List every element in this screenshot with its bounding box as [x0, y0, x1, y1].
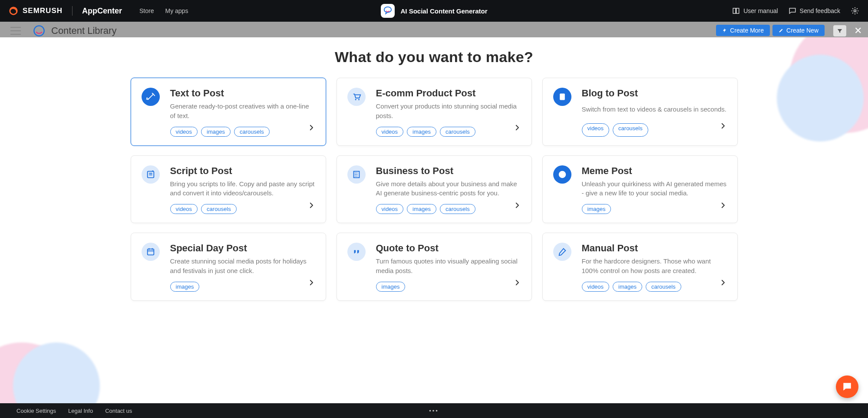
svg-point-2 — [34, 26, 44, 36]
book-icon — [732, 7, 740, 15]
brand-group: SEMRUSH AppCenter — [9, 6, 122, 16]
nav-myapps[interactable]: My apps — [165, 7, 188, 14]
brand-name: SEMRUSH — [23, 7, 63, 15]
feedback-icon — [789, 7, 796, 15]
content-type-modal: What do you want to make? Text to PostGe… — [0, 37, 868, 40]
header-right: User manual Send feedback — [732, 7, 859, 15]
header-nav: Store My apps — [139, 7, 188, 14]
svg-point-1 — [854, 10, 856, 12]
create-more-button[interactable]: Create More — [716, 25, 770, 36]
app-header: SEMRUSH AppCenter Store My apps AI Socia… — [0, 0, 868, 22]
gear-icon[interactable] — [851, 7, 859, 15]
create-more-label: Create More — [730, 27, 764, 34]
user-manual-label: User manual — [743, 7, 778, 14]
bolt-icon — [722, 28, 727, 33]
app-title: AI Social Content Generator — [400, 7, 487, 15]
create-new-label: Create New — [786, 27, 818, 34]
header-app-indicator: AI Social Content Generator — [380, 4, 487, 18]
filter-button[interactable] — [833, 25, 846, 36]
nav-store[interactable]: Store — [139, 7, 154, 14]
semrush-logo-icon — [9, 6, 18, 16]
appcenter-label[interactable]: AppCenter — [82, 7, 122, 16]
create-new-button[interactable]: Create New — [772, 25, 825, 36]
modal-title: What do you want to make? — [0, 37, 868, 40]
brand-divider — [72, 6, 73, 16]
content-library-title: Content Library — [51, 25, 116, 36]
predis-logo-icon — [33, 25, 45, 37]
send-feedback-label: Send feedback — [800, 7, 840, 14]
app-icon — [380, 4, 394, 18]
send-feedback-link[interactable]: Send feedback — [789, 7, 840, 15]
filter-icon — [837, 28, 843, 34]
pencil-icon — [779, 28, 784, 33]
hamburger-icon[interactable] — [10, 27, 21, 35]
close-icon[interactable]: ✕ — [854, 26, 862, 36]
user-manual-link[interactable]: User manual — [732, 7, 778, 15]
